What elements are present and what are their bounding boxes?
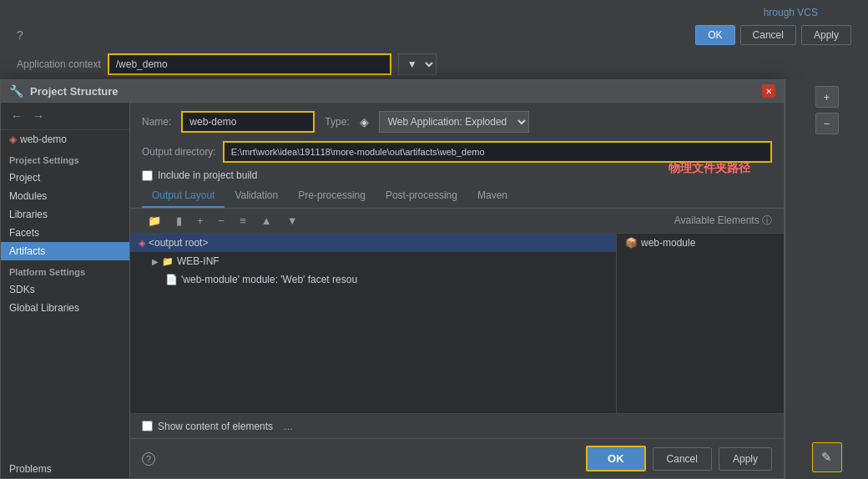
right-minus-btn[interactable]: − xyxy=(815,113,839,134)
dialog-title: Project Structure xyxy=(30,85,755,98)
footer-help-icon[interactable]: ? xyxy=(142,452,155,466)
tab-pre-processing[interactable]: Pre-processing xyxy=(288,184,376,208)
right-panel: + − ✎ xyxy=(785,79,868,479)
include-checkbox[interactable] xyxy=(142,170,153,181)
right-plus-btn[interactable]: + xyxy=(815,86,839,108)
sidebar-project-label: web-demo xyxy=(20,134,67,145)
include-label: Include in project build xyxy=(158,169,257,181)
sidebar-back-button[interactable]: ← xyxy=(8,108,26,124)
tree-item-output-root[interactable]: ◈ <output root> xyxy=(130,234,616,252)
bg-help-icon: ? xyxy=(17,28,23,42)
bg-ok-cancel-row: ? OK Cancel Apply xyxy=(17,25,851,45)
sidebar-forward-button[interactable]: → xyxy=(29,108,48,124)
tab-validation[interactable]: Validation xyxy=(225,184,288,208)
tree-item-webinf[interactable]: ▶ 📁 WEB-INF xyxy=(130,252,616,270)
type-label: Type: xyxy=(325,116,349,128)
artifact-icon: ◈ xyxy=(139,238,145,249)
name-type-row: Name: Type: ◈ Web Application: Exploded … xyxy=(130,103,784,138)
type-select[interactable]: Web Application: Exploded xyxy=(379,111,529,133)
output-dir-row: Output directory: 物理文件夹路径 xyxy=(130,138,784,166)
sidebar-item-global-libraries[interactable]: Global Libraries xyxy=(1,299,129,317)
include-row: Include in project build xyxy=(130,166,784,184)
sidebar-nav-arrows: ← → xyxy=(1,103,129,130)
sidebar-item-problems[interactable]: Problems xyxy=(1,460,129,478)
tab-output-layout[interactable]: Output Layout xyxy=(142,184,225,208)
module-icon: 📄 xyxy=(165,274,178,285)
bg-app-context-row: Application context ▼ xyxy=(17,53,851,75)
name-label: Name: xyxy=(142,116,171,128)
tab-maven[interactable]: Maven xyxy=(467,184,517,208)
dialog-title-icon: 🔧 xyxy=(9,84,23,98)
main-content: Name: Type: ◈ Web Application: Exploded … xyxy=(130,103,784,478)
available-module-icon: 📦 xyxy=(625,237,638,249)
right-edit-btn[interactable]: ✎ xyxy=(812,442,842,472)
name-input[interactable] xyxy=(181,111,315,133)
apply-button[interactable]: Apply xyxy=(719,447,772,471)
bg-app-context-label: Application context xyxy=(17,58,101,70)
toolbar-remove-btn[interactable]: − xyxy=(213,212,231,229)
tabs-row: Output Layout Validation Pre-processing … xyxy=(130,184,784,209)
available-elements-label: Available Elements ⓘ xyxy=(674,214,772,228)
sidebar-item-libraries[interactable]: Libraries xyxy=(1,205,129,224)
toolbar-row: 📁 ▮ + − ≡ ▲ ▼ Available Elements ⓘ xyxy=(130,209,784,234)
tab-post-processing[interactable]: Post-processing xyxy=(376,184,467,208)
available-item-web-module[interactable]: 📦 web-module xyxy=(617,234,784,252)
bg-app-context-input[interactable] xyxy=(108,53,391,75)
show-content-btn[interactable]: ... xyxy=(278,417,299,435)
sidebar-section-platform-settings: Platform Settings xyxy=(1,260,129,280)
toolbar-bar-btn[interactable]: ▮ xyxy=(170,212,188,229)
sidebar-item-artifacts[interactable]: Artifacts xyxy=(1,242,129,260)
sidebar-section-project-settings: Project Settings xyxy=(1,149,129,169)
toolbar-folder-btn[interactable]: 📁 xyxy=(142,212,167,229)
toolbar-sort-btn[interactable]: ≡ xyxy=(234,212,252,229)
bg-apply-button[interactable]: Apply xyxy=(801,25,851,45)
show-content-label: Show content of elements xyxy=(158,421,273,432)
bg-ok-button[interactable]: OK xyxy=(695,25,734,45)
sidebar: ← → ◈ web-demo Project Settings Project … xyxy=(1,103,130,478)
bg-cancel-button[interactable]: Cancel xyxy=(740,25,796,45)
toolbar-up-btn[interactable]: ▲ xyxy=(255,212,278,229)
bg-vcs-text: hrough VCS xyxy=(764,7,818,18)
tree-pane: ◈ <output root> ▶ 📁 WEB-INF 📄 'web-modul… xyxy=(130,234,617,413)
show-content-row: Show content of elements ... xyxy=(130,413,784,438)
sidebar-item-project[interactable]: Project xyxy=(1,169,129,187)
type-icon: ◈ xyxy=(360,115,369,129)
sidebar-item-sdks[interactable]: SDKs xyxy=(1,280,129,299)
project-icon: ◈ xyxy=(9,134,17,145)
sidebar-project-item[interactable]: ◈ web-demo xyxy=(1,130,129,149)
ok-button[interactable]: OK xyxy=(586,446,646,471)
sidebar-item-modules[interactable]: Modules xyxy=(1,187,129,205)
toolbar-add-btn[interactable]: + xyxy=(191,212,209,229)
content-split: ◈ <output root> ▶ 📁 WEB-INF 📄 'web-modul… xyxy=(130,234,784,413)
dialog-footer: ? OK Cancel Apply xyxy=(130,438,784,478)
dialog-titlebar: 🔧 Project Structure ✕ xyxy=(1,80,784,103)
bg-app-context-dropdown[interactable]: ▼ xyxy=(398,53,437,75)
output-dir-label: Output directory: xyxy=(142,146,216,158)
toolbar-down-btn[interactable]: ▼ xyxy=(281,212,304,229)
tree-item-web-module[interactable]: 📄 'web-module' module: 'Web' facet resou xyxy=(130,270,616,289)
sidebar-item-facets[interactable]: Facets xyxy=(1,224,129,242)
dialog-close-button[interactable]: ✕ xyxy=(762,84,775,98)
dialog-body: ← → ◈ web-demo Project Settings Project … xyxy=(1,103,784,478)
project-structure-dialog: 🔧 Project Structure ✕ ← → ◈ web-demo Pro… xyxy=(0,79,785,479)
show-content-checkbox[interactable] xyxy=(142,421,153,431)
expand-icon: ▶ xyxy=(152,257,159,266)
available-pane: 📦 web-module xyxy=(617,234,784,413)
output-dir-input[interactable] xyxy=(223,141,772,163)
folder-icon-webinf: 📁 xyxy=(162,256,174,267)
cancel-button[interactable]: Cancel xyxy=(653,447,712,471)
